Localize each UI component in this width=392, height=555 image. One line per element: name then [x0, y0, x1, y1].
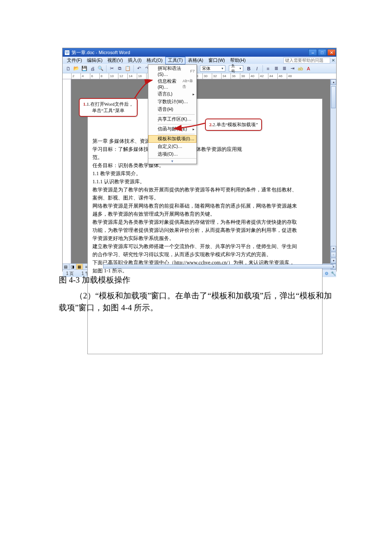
menu-shared-workspace[interactable]: 共享工作区(K)…: [148, 116, 196, 123]
undo-icon[interactable]: ↶: [135, 65, 143, 72]
menu-divider: [158, 134, 195, 134]
menu-insert[interactable]: 插入(I): [125, 57, 144, 64]
save-icon[interactable]: 💾: [81, 65, 88, 72]
doc-line: 范。: [92, 153, 318, 162]
callout-1: 1.1.在打开Word文件后， 单击“工具”菜单: [79, 98, 138, 117]
view-normal-icon[interactable]: ▤: [63, 264, 69, 269]
horizontal-scrollbar[interactable]: ▤ ◨ ▦ ≡ ▭ ◂ ▸: [63, 263, 336, 269]
next-page-icon[interactable]: ▾: [331, 258, 336, 263]
doc-line: 功能，为教学管理者提供资源访问效果评价分析，从而提高教学资源对象的利用率，促进教: [92, 226, 318, 234]
doc-line: 教学资源库是为各类教学资源对象提供高效的存储管理，为各种使用者提供方便快捷的存取: [92, 218, 318, 226]
font-select[interactable]: 宋体▾: [200, 65, 225, 72]
vscroll-thumb[interactable]: [331, 86, 336, 108]
vertical-ruler: [63, 79, 71, 263]
window-title: 第一章.doc - Microsoft Word: [72, 49, 130, 56]
standard-toolbar: 🗋 📂 💾 🖨 🔍 ✂ ⧉ 📋 ↶ ↷ 100%▾ 正文▾ 宋体▾ 五号▾ B: [63, 64, 336, 73]
menu-expand-icon[interactable]: ▾: [148, 158, 196, 164]
menu-speech[interactable]: 语音(H): [148, 106, 196, 113]
menu-item-label: 语音(H): [158, 107, 173, 113]
close-button[interactable]: ✕: [327, 49, 336, 56]
menu-templates-addins[interactable]: 模板和加载项(I)…: [148, 135, 196, 143]
doc-line: 案例、影视、图片、课件等。: [92, 194, 318, 202]
menu-item-label: 字数统计(W)…: [158, 99, 188, 105]
callout-2-num: 2.: [209, 122, 213, 127]
minimize-button[interactable]: ‒: [308, 49, 317, 56]
help-search-input[interactable]: [283, 58, 330, 64]
menu-customize[interactable]: 自定义(C)…: [148, 143, 196, 150]
menu-item-label: 自定义(C)…: [158, 144, 182, 150]
menu-spelling[interactable]: 拼写和语法(S)… F7: [148, 65, 196, 78]
highlight-icon[interactable]: ab: [297, 65, 304, 72]
callout-1-text-a: 1.在打开Word文件后，: [86, 101, 133, 107]
italic-button[interactable]: I: [253, 65, 261, 72]
numbering-icon[interactable]: ≣: [272, 65, 280, 72]
paste-icon[interactable]: 📋: [124, 65, 132, 72]
maximize-button[interactable]: □: [318, 49, 326, 56]
callout-1-num: 1.: [83, 101, 86, 107]
menu-word-count[interactable]: 字数统计(W)…: [148, 98, 196, 106]
document-area: 第一章 多媒体技术、资源 学习目标：了解多媒体技 的分类、特点，多媒体教学资源的…: [63, 79, 336, 263]
doc-line: 任务目标：识别各类教学媒体。: [92, 162, 318, 170]
indent-icon[interactable]: ⇥: [288, 65, 296, 72]
new-doc-icon[interactable]: 🗋: [64, 65, 72, 72]
menu-item-label: 信函与邮件(E): [158, 126, 187, 132]
doc-line: 第一章 多媒体技术、资源: [92, 137, 318, 145]
menu-item-shortcut: F7: [190, 69, 195, 73]
font-size-select[interactable]: 五号▾: [229, 65, 243, 72]
menu-research[interactable]: 信息检索(R)… Alt+单击: [148, 78, 196, 90]
open-icon[interactable]: 📂: [72, 65, 80, 72]
callout-1-text-b: 单击“工具”菜单: [83, 107, 133, 114]
hscroll-thumb[interactable]: [103, 264, 333, 269]
doc-line: 网络教学资源是开展网络教育的前提和基础，随着网络教育的逐步拓展，网络教学资源越来: [92, 202, 318, 210]
word-doc-icon: W: [64, 50, 70, 55]
menu-item-label: 信息检索(R)…: [158, 78, 182, 90]
doc-line: 1.1 教学资源库简介。: [92, 170, 318, 178]
callout-2-text: 2.单击“模板和加载项”: [213, 122, 258, 127]
menu-item-shortcut: Alt+单击: [182, 78, 195, 90]
doc-line: 越多，教学资源的有效管理成为开展网络教育的关键。: [92, 210, 318, 218]
scroll-down-icon[interactable]: ▾: [331, 246, 336, 251]
prev-page-icon[interactable]: ◦: [331, 252, 336, 257]
menu-table[interactable]: 表格(A): [185, 57, 206, 64]
view-web-icon[interactable]: ◨: [69, 264, 76, 269]
menu-letters-mail[interactable]: 信函与邮件(E): [148, 125, 196, 133]
print-icon[interactable]: 🖨: [89, 65, 96, 72]
menubar: 文件(F) 编辑(E) 视图(V) 插入(I) 格式(O) 工具(T) 表格(A…: [63, 57, 336, 64]
formatting-toolbar: 正文▾ 宋体▾ 五号▾ B I ≡ ≣ ≣ ⇥ ab A: [177, 65, 313, 72]
view-print-layout-icon[interactable]: ▦: [76, 264, 83, 269]
doc-line: 学资源更好地为实际教学系统服务。: [92, 234, 318, 243]
bold-button[interactable]: B: [245, 65, 253, 72]
menu-help[interactable]: 帮助(H): [228, 57, 248, 64]
cut-icon[interactable]: ✂: [108, 65, 115, 72]
font-color-icon[interactable]: A: [305, 65, 312, 72]
align-left-icon[interactable]: ≡: [264, 65, 272, 72]
vertical-scrollbar[interactable]: ▴ ▾ ◦ ▾: [330, 79, 336, 263]
scroll-up-icon[interactable]: ▴: [331, 79, 336, 85]
document-body: 第一章 多媒体技术、资源 学习目标：了解多媒体技 的分类、特点，多媒体教学资源的…: [92, 137, 318, 275]
menu-edit[interactable]: 编辑(E): [84, 57, 105, 64]
doc-close-icon[interactable]: ✕: [331, 58, 335, 63]
doc-line: 的合作学习、研究性学习得以实现，从而逐步实现教学模式和学习方式的完善。: [92, 251, 318, 259]
font-size-value: 五号: [231, 64, 238, 73]
doc-line: 1.1.1 认识教学资源库。: [92, 178, 318, 186]
menu-view[interactable]: 视图(V): [105, 57, 125, 64]
doc-line: 教学资源是为了教学的有效开展而提供的教学资源等各种可资利用的条件，通常包括教材、: [92, 186, 318, 194]
menu-item-label: 拼写和语法(S)…: [158, 66, 190, 77]
menu-language[interactable]: 语言(L): [148, 90, 196, 98]
copy-icon[interactable]: ⧉: [116, 65, 124, 72]
preview-icon[interactable]: 🔍: [97, 65, 104, 72]
tools-dropdown: 拼写和语法(S)… F7 信息检索(R)… Alt+单击 语言(L) 字数统计(…: [148, 64, 197, 164]
menu-divider: [158, 114, 195, 115]
menu-item-label: 语言(L): [158, 91, 173, 97]
doc-line: 建立教学资源库可以为教师搭建一个交流协作、开放、共享的学习平台，使师生间、学生间: [92, 243, 318, 251]
bullets-icon[interactable]: ≣: [280, 65, 288, 72]
doc-line: 学习目标：了解多媒体技 的分类、特点，多媒体教学资源的应用规: [92, 145, 318, 153]
menu-tools[interactable]: 工具(T): [165, 57, 185, 64]
callout-2: 2.2.单击“模板和加载项”: [205, 119, 262, 131]
titlebar: W 第一章.doc - Microsoft Word ‒ □ ✕: [63, 48, 336, 57]
menu-file[interactable]: 文件(F): [64, 57, 84, 64]
menu-format[interactable]: 格式(O): [144, 57, 165, 64]
menu-window[interactable]: 窗口(W): [206, 57, 228, 64]
menu-options[interactable]: 选项(O)…: [148, 150, 196, 158]
menu-item-label: 共享工作区(K)…: [158, 116, 192, 122]
